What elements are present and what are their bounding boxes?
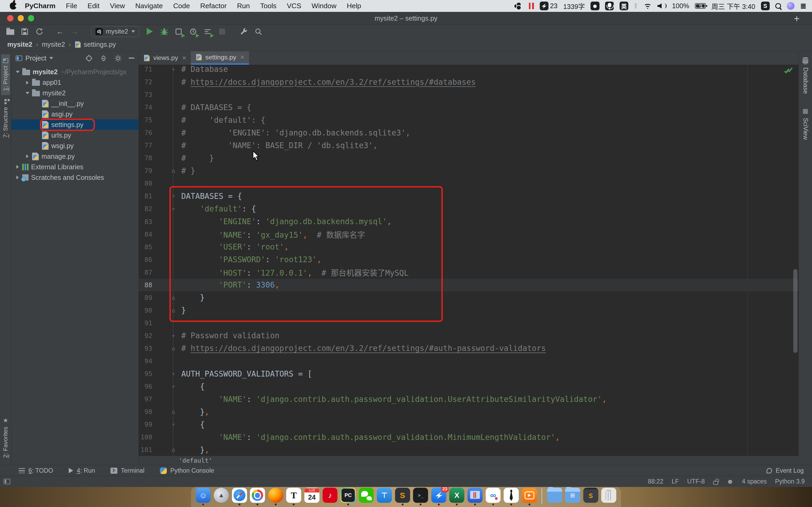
fold-marker-close-icon[interactable]: ⌂: [170, 294, 177, 301]
battery-icon[interactable]: ↯: [695, 3, 706, 9]
breadcrumb-item[interactable]: mysite2: [42, 41, 65, 48]
code-line-101[interactable]: 101⌂ },: [139, 444, 799, 456]
line-number[interactable]: 97: [139, 395, 155, 403]
tree-chevron-right-icon[interactable]: [24, 81, 31, 84]
run-configuration-select[interactable]: dj mysite2: [91, 26, 140, 37]
line-number[interactable]: 72: [139, 78, 155, 86]
forward-button[interactable]: →: [69, 26, 80, 37]
code-line-80[interactable]: 80: [139, 177, 799, 190]
dock-item-douyu-tv[interactable]: [521, 488, 538, 505]
line-number[interactable]: 100: [139, 433, 155, 441]
toolwindow-event-log[interactable]: Event Log: [767, 467, 804, 474]
search-everywhere-button[interactable]: [253, 26, 263, 37]
code-line-93[interactable]: 93⌂# https://docs.djangoproject.com/en/3…: [139, 342, 799, 355]
code-line-82[interactable]: 82▿ 'default': {: [139, 203, 799, 215]
toolwindow-python-console[interactable]: Python Console: [160, 467, 214, 474]
fullscreen-window-button[interactable]: [28, 15, 34, 21]
line-number[interactable]: 94: [139, 357, 155, 365]
dock-item-firefox[interactable]: [267, 488, 284, 505]
app-s-menubar-icon[interactable]: S: [761, 2, 770, 10]
tree-item-asgi-py[interactable]: asgi.py: [11, 109, 139, 120]
line-number[interactable]: 84: [139, 230, 155, 238]
menu-item-help[interactable]: Help: [342, 2, 366, 10]
profiler-button[interactable]: [188, 26, 198, 37]
code-line-95[interactable]: 95▿AUTH_PASSWORD_VALIDATORS = [: [139, 368, 799, 380]
code-line-76[interactable]: 76# 'ENGINE': 'django.db.backends.sqlite…: [139, 126, 799, 139]
line-number[interactable]: 77: [139, 142, 155, 149]
menu-item-run[interactable]: Run: [232, 2, 255, 10]
sync-button[interactable]: [34, 26, 44, 37]
tree-item-wsgi-py[interactable]: wsgi.py: [11, 140, 139, 151]
code-line-78[interactable]: 78# }: [139, 152, 799, 165]
code-line-74[interactable]: 74# DATABASES = {: [139, 101, 799, 114]
word-count-text[interactable]: 1339字: [563, 1, 585, 11]
collapse-all-button[interactable]: [100, 54, 107, 62]
code-line-97[interactable]: 97 'NAME': 'django.contrib.auth.password…: [139, 393, 799, 406]
menu-item-vcs[interactable]: VCS: [282, 2, 307, 10]
code-line-79[interactable]: 79⌂# }: [139, 165, 799, 177]
dock-item-tie-app[interactable]: [503, 488, 519, 505]
menu-item-code[interactable]: Code: [168, 2, 195, 10]
sogou-input-icon[interactable]: ☻: [591, 2, 599, 10]
fold-marker-open-icon[interactable]: ▿: [170, 206, 177, 212]
code-line-86[interactable]: 86 'PASSWORD': 'root123',: [139, 253, 799, 266]
tree-item-mysite2[interactable]: mysite2~/PycharmProjects/gx: [11, 67, 139, 77]
dock-item-calendar[interactable]: 11月24: [304, 488, 320, 505]
dock-item-safari[interactable]: [231, 488, 247, 505]
line-number[interactable]: 90: [139, 306, 155, 314]
code-line-83[interactable]: 83 'ENGINE': 'django.db.backends.mysql',: [139, 215, 799, 228]
code-line-81[interactable]: 81▿DATABASES = {: [139, 190, 799, 203]
tree-item-scratches-and-consoles[interactable]: Scratches and Consoles: [11, 172, 139, 183]
code-line-92[interactable]: 92▿# Password validation: [139, 329, 799, 342]
dock-item-knot-app[interactable]: ∞: [485, 488, 501, 505]
fold-marker-close-icon[interactable]: ⌂: [170, 167, 177, 174]
dock-item-parallels[interactable]: ‖: [467, 488, 483, 505]
menu-item-edit[interactable]: Edit: [82, 2, 105, 10]
dock-item-dingtalk[interactable]: 23: [431, 488, 447, 505]
battery-percent-text[interactable]: 100%: [672, 2, 689, 10]
dock-item-pycharm[interactable]: PC: [340, 488, 356, 505]
lock-icon[interactable]: [713, 481, 718, 485]
code-line-71[interactable]: 71▿# Database: [139, 65, 799, 76]
line-separator[interactable]: LF: [672, 478, 679, 485]
cluster-status-icon[interactable]: [514, 3, 523, 9]
code-line-99[interactable]: 99▿ {: [139, 418, 799, 431]
fold-marker-close-icon[interactable]: ⌂: [170, 447, 177, 453]
reader-mode-icon[interactable]: ☻: [727, 478, 734, 485]
code-line-88[interactable]: 88 'PORT': 3306,: [139, 279, 799, 291]
code-line-84[interactable]: 84 'NAME': 'gx_day15', # 数据库名字: [139, 228, 799, 240]
line-number[interactable]: 85: [139, 243, 155, 251]
line-number[interactable]: 80: [139, 180, 155, 187]
close-tab-icon[interactable]: ×: [240, 53, 244, 61]
line-number[interactable]: 101: [139, 446, 155, 454]
dock-item-keynote[interactable]: ⊤: [376, 488, 393, 505]
tree-item-app01[interactable]: app01: [11, 77, 139, 88]
window-titlebar[interactable]: mysite2 – settings.py +: [0, 12, 812, 25]
fold-marker-open-icon[interactable]: ▿: [170, 193, 177, 200]
line-number[interactable]: 91: [139, 319, 155, 327]
back-button[interactable]: ←: [55, 26, 65, 37]
fold-marker-open-icon[interactable]: ▿: [170, 371, 177, 377]
pause-indicator-icon[interactable]: [529, 3, 534, 9]
tree-chevron-right-icon[interactable]: [14, 176, 21, 179]
code-line-96[interactable]: 96▿ {: [139, 380, 799, 393]
tree-chevron-down-icon[interactable]: [24, 92, 31, 94]
inspections-ok-icon[interactable]: [785, 67, 793, 74]
code-line-94[interactable]: 94: [139, 355, 799, 368]
tree-item-mysite2[interactable]: mysite2: [11, 88, 139, 99]
line-number[interactable]: 74: [139, 104, 155, 111]
editor-scrollbar[interactable]: [793, 269, 798, 353]
tree-chevron-right-icon[interactable]: [14, 165, 21, 169]
wifi-icon[interactable]: [643, 3, 652, 9]
line-number[interactable]: 89: [139, 294, 155, 301]
dock-item-folder-documents[interactable]: [546, 488, 562, 505]
line-number[interactable]: 98: [139, 408, 155, 416]
code-line-98[interactable]: 98⌂ },: [139, 406, 799, 418]
tool-stripe-project[interactable]: 1: Project: [1, 54, 10, 95]
dock-item-wechat[interactable]: [358, 488, 374, 505]
line-number[interactable]: 93: [139, 345, 155, 352]
tree-chevron-right-icon[interactable]: [24, 155, 31, 158]
tool-stripe-structure[interactable]: 7: Structure: [1, 95, 10, 142]
breadcrumb-item[interactable]: settings.py: [84, 41, 116, 48]
tree-item--init-py[interactable]: __init__.py: [11, 99, 139, 109]
